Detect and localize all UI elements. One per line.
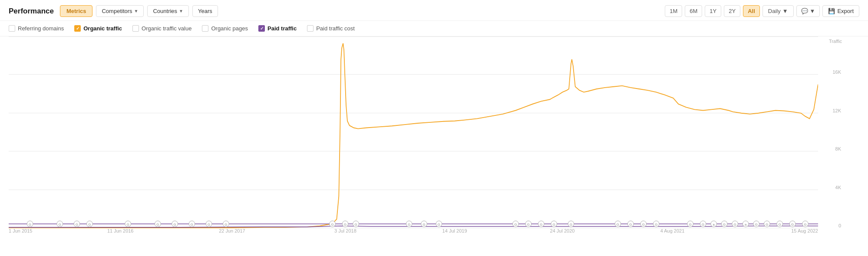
x-label-5: 24 Jul 2020 (550, 228, 575, 233)
svg-text:G: G (344, 223, 347, 226)
organic-pages-checkbox[interactable] (202, 25, 208, 32)
svg-text:G: G (208, 223, 210, 226)
interval-arrow-icon: ▼ (782, 8, 788, 14)
svg-text:G: G (422, 223, 425, 226)
svg-text:G: G (629, 223, 632, 226)
svg-text:G: G (642, 223, 645, 226)
svg-text:G: G (438, 223, 440, 226)
svg-text:G: G (553, 223, 555, 226)
y-label-4k: 4K (835, 185, 841, 190)
organic-pages-label: Organic pages (211, 25, 248, 32)
interval-label: Daily (768, 8, 781, 14)
header-left: Performance Metrics Competitors ▼ Countr… (9, 5, 218, 17)
y-axis: 0 4K 8K 12K 16K (818, 36, 842, 228)
y-label-0: 0 (838, 223, 841, 228)
organic-traffic-checkbox[interactable] (74, 25, 81, 32)
x-axis: 1 Jun 2015 11 Jun 2016 22 Jun 2017 3 Jul… (9, 228, 818, 240)
paid-traffic-cost-checkbox[interactable] (307, 25, 314, 32)
organic-traffic-label: Organic traffic (83, 25, 122, 32)
svg-text:G: G (127, 223, 129, 226)
referring-domains-checkbox[interactable] (9, 25, 15, 32)
x-label-7: 15 Aug 2022 (791, 228, 818, 233)
svg-text:G: G (755, 223, 758, 226)
svg-text:G: G (408, 223, 410, 226)
svg-text:G: G (174, 223, 176, 226)
svg-text:G: G (355, 223, 357, 226)
countries-arrow-icon: ▼ (179, 9, 183, 13)
y-label-8k: 8K (835, 146, 841, 151)
metrics-row: Referring domains Organic traffic Organi… (0, 21, 868, 36)
svg-text:G: G (734, 223, 736, 226)
y-label-16k: 16K (832, 69, 841, 75)
export-icon: 💾 (828, 8, 835, 14)
x-label-0: 1 Jun 2015 (9, 228, 32, 233)
page-container: Performance Metrics Competitors ▼ Countr… (0, 0, 868, 256)
competitors-button[interactable]: Competitors ▼ (96, 5, 144, 17)
time-1m-button[interactable]: 1M (665, 5, 682, 17)
chart-area: Traffic 0 4K 8K 12K 16K (0, 36, 868, 240)
page-title: Performance (9, 7, 54, 16)
x-label-3: 3 Jul 2018 (334, 228, 356, 233)
svg-text:a: a (713, 223, 715, 226)
svg-text:G: G (766, 223, 768, 226)
referring-domains-label: Referring domains (18, 25, 64, 32)
comment-icon: 💬 (801, 8, 808, 14)
export-button[interactable]: 💾 Export (822, 5, 859, 17)
metric-paid-traffic-cost[interactable]: Paid traffic cost (307, 25, 355, 32)
svg-text:G: G (655, 223, 657, 226)
svg-text:G: G (540, 223, 542, 226)
svg-text:a: a (745, 223, 747, 226)
interval-button[interactable]: Daily ▼ (762, 5, 794, 17)
svg-text:G: G (224, 223, 227, 226)
export-label: Export (837, 8, 854, 14)
svg-text:G: G (156, 223, 159, 226)
comment-arrow-icon: ▼ (810, 8, 815, 14)
y-label-12k: 12K (832, 108, 841, 113)
chart-svg (9, 36, 818, 228)
header: Performance Metrics Competitors ▼ Countr… (0, 0, 868, 21)
time-all-button[interactable]: All (743, 5, 760, 17)
paid-traffic-cost-label: Paid traffic cost (316, 25, 355, 32)
organic-traffic-value-checkbox[interactable] (132, 25, 139, 32)
svg-text:G: G (76, 223, 78, 226)
chart-inner: Traffic 0 4K 8K 12K 16K (9, 36, 842, 240)
x-label-1: 11 Jun 2016 (107, 228, 134, 233)
metrics-button[interactable]: Metrics (60, 5, 93, 17)
competitors-arrow-icon: ▼ (134, 9, 139, 13)
x-label-6: 4 Aug 2021 (660, 228, 685, 233)
countries-label: Countries (153, 8, 177, 14)
organic-traffic-value-label: Organic traffic value (142, 25, 191, 32)
svg-text:G: G (29, 223, 31, 226)
svg-text:G: G (779, 223, 781, 226)
svg-text:G: G (88, 223, 91, 226)
x-label-2: 22 Jun 2017 (219, 228, 245, 233)
paid-traffic-label: Paid traffic (267, 25, 297, 32)
svg-text:G: G (689, 223, 692, 226)
svg-text:G: G (331, 223, 334, 226)
svg-text:G: G (191, 223, 193, 226)
time-6m-button[interactable]: 6M (685, 5, 702, 17)
metric-organic-pages[interactable]: Organic pages (202, 25, 248, 32)
svg-text:G: G (791, 223, 794, 226)
svg-text:G: G (617, 223, 619, 226)
time-1y-button[interactable]: 1Y (705, 5, 721, 17)
metric-organic-traffic[interactable]: Organic traffic (74, 25, 122, 32)
svg-text:G: G (723, 223, 726, 226)
svg-text:G: G (804, 223, 807, 226)
metric-paid-traffic[interactable]: Paid traffic (258, 25, 297, 32)
years-button[interactable]: Years (192, 5, 218, 17)
competitors-label: Competitors (102, 8, 132, 14)
years-label: Years (198, 8, 212, 14)
metric-referring-domains[interactable]: Referring domains (9, 25, 64, 32)
svg-text:G: G (570, 223, 572, 226)
countries-button[interactable]: Countries ▼ (147, 5, 189, 17)
paid-traffic-checkbox[interactable] (258, 25, 265, 32)
x-label-4: 14 Jul 2019 (442, 228, 467, 233)
time-2y-button[interactable]: 2Y (724, 5, 740, 17)
metric-organic-traffic-value[interactable]: Organic traffic value (132, 25, 191, 32)
header-right: 1M 6M 1Y 2Y All Daily ▼ 💬 ▼ 💾 Export (665, 5, 859, 17)
organic-traffic-line (9, 43, 818, 228)
events-row: G G G G G G G G (9, 220, 818, 228)
svg-text:G: G (702, 223, 704, 226)
comment-button[interactable]: 💬 ▼ (796, 5, 820, 17)
